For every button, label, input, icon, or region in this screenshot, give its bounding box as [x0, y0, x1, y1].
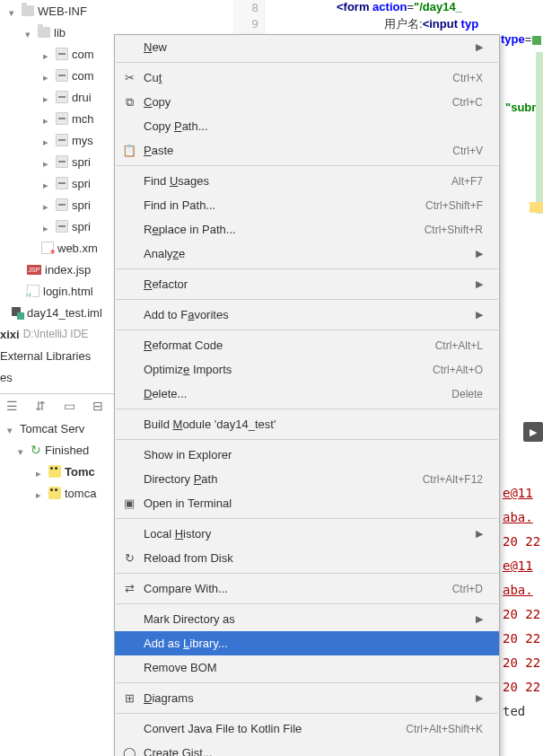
tomcat-label: Tomc — [65, 465, 95, 479]
finished-node[interactable]: ↻ Finished — [0, 439, 114, 461]
chevron-right-icon: ▶ — [476, 309, 483, 321]
jar-file-icon — [56, 220, 68, 233]
chevron-right-icon[interactable] — [36, 466, 47, 477]
console-line[interactable]: e@11 — [503, 554, 540, 578]
tomcat-node[interactable]: tomca — [0, 482, 114, 504]
chevron-down-icon[interactable] — [7, 423, 18, 434]
menu-item-label: Diagrams — [144, 691, 476, 705]
expand-icon[interactable]: ▭ — [61, 398, 77, 414]
menu-item-diagrams[interactable]: ⊞Diagrams▶ — [115, 686, 499, 710]
menu-item-icon-empty — [120, 337, 138, 355]
menu-item-icon-empty — [120, 659, 138, 677]
menu-item-icon-empty — [120, 361, 138, 379]
menu-item-build-module-day14-test[interactable]: Build Module 'day14_test' — [115, 412, 499, 436]
collapse-icon[interactable]: ⊟ — [90, 398, 106, 414]
menu-item-reload-from-disk[interactable]: ↻Reload from Disk — [115, 546, 499, 570]
menu-item-icon-empty — [120, 245, 138, 263]
menu-item-shortcut: Ctrl+Alt+F12 — [423, 473, 483, 486]
menu-item-convert-java-file-to-kotlin-file[interactable]: Convert Java File to Kotlin FileCtrl+Alt… — [115, 716, 499, 741]
iml-file-icon — [11, 306, 23, 319]
console-output[interactable]: e@11 aba. 20 22 e@11 aba. 20 22 20 22 20… — [503, 481, 540, 724]
tree-label: xixi — [0, 328, 20, 341]
menu-item-add-as-library[interactable]: Add as Library... — [115, 631, 499, 655]
tree-label: drui — [72, 91, 92, 104]
tree-label: External Libraries — [0, 349, 91, 363]
folder-icon — [22, 5, 34, 16]
tomcat-bold-node[interactable]: Tomc — [0, 461, 114, 482]
menu-item-label: Delete... — [144, 387, 451, 400]
menu-item-compare-with[interactable]: ⇄Compare With...Ctrl+D — [115, 576, 499, 601]
menu-item-cut[interactable]: ✂CutCtrl+X — [115, 66, 499, 90]
jar-file-icon — [56, 91, 68, 103]
chevron-down-icon[interactable] — [9, 5, 20, 16]
menu-item-analyze[interactable]: Analyze▶ — [115, 242, 499, 266]
gutter-line-9: 9 — [233, 16, 258, 32]
code-line-1[interactable]: <form action="/day14_ — [337, 0, 462, 13]
console-line: 20 22 — [503, 627, 540, 651]
menu-item-label: Refactor — [144, 277, 476, 291]
chevron-right-icon[interactable] — [43, 221, 54, 232]
tree-label: es — [0, 371, 13, 384]
tree-node-web-inf[interactable]: WEB-INF — [0, 0, 135, 22]
console-line[interactable]: aba. — [503, 578, 540, 602]
menu-item-copy[interactable]: ⧉CopyCtrl+C — [115, 90, 499, 114]
console-line: ted — [503, 699, 540, 724]
menu-item-create-gist[interactable]: ◯Create Gist... — [115, 741, 499, 756]
menu-item-add-to-favorites[interactable]: Add to Favorites▶ — [115, 303, 499, 327]
filter-icon[interactable]: ☰ — [4, 398, 20, 414]
tree-label: com — [72, 69, 94, 83]
chevron-right-icon[interactable] — [43, 135, 54, 145]
menu-separator — [116, 682, 498, 683]
menu-item-replace-in-path[interactable]: Replace in Path...Ctrl+Shift+R — [115, 217, 499, 242]
menu-separator — [116, 518, 498, 519]
chevron-down-icon[interactable] — [18, 444, 29, 455]
menu-item-refactor[interactable]: Refactor▶ — [115, 272, 499, 296]
menu-item-local-history[interactable]: Local History▶ — [115, 522, 499, 546]
console-line[interactable]: aba. — [503, 505, 540, 530]
menu-item-copy-path[interactable]: Copy Path... — [115, 114, 499, 138]
chevron-right-icon[interactable] — [43, 156, 54, 167]
menu-item-reformat-code[interactable]: Reformat CodeCtrl+Alt+L — [115, 333, 499, 357]
menu-item-remove-bom[interactable]: Remove BOM — [115, 655, 499, 680]
menu-item-show-in-explorer[interactable]: Show in Explorer — [115, 443, 499, 467]
chevron-right-icon[interactable] — [43, 70, 54, 81]
chevron-right-icon[interactable] — [43, 92, 54, 102]
menu-item-icon: ✂ — [120, 69, 138, 87]
chevron-right-icon[interactable] — [43, 178, 54, 189]
chevron-right-icon[interactable] — [36, 488, 47, 498]
chevron-right-icon[interactable] — [43, 48, 54, 59]
console-line[interactable]: e@11 — [503, 481, 540, 505]
menu-item-label: Convert Java File to Kotlin File — [144, 722, 406, 735]
code-line-2[interactable]: 用户名:<input typ — [384, 16, 478, 32]
menu-item-label: Create Gist... — [144, 746, 483, 756]
play-button[interactable]: ▶ — [523, 422, 543, 442]
toggle-icon[interactable]: ⇵ — [32, 398, 48, 414]
menu-item-delete[interactable]: Delete...Delete — [115, 382, 499, 406]
menu-item-optimize-imports[interactable]: Optimize ImportsCtrl+Alt+O — [115, 357, 499, 382]
inspection-indicator[interactable] — [532, 36, 541, 45]
tomcat-label: tomca — [65, 487, 96, 500]
menu-item-new[interactable]: New▶ — [115, 35, 499, 59]
menu-item-icon: 📋 — [120, 142, 138, 160]
menu-item-icon-empty — [120, 385, 138, 403]
warning-stripe[interactable] — [530, 202, 543, 213]
menu-item-find-in-path[interactable]: Find in Path...Ctrl+Shift+F — [115, 193, 499, 217]
menu-separator — [116, 409, 498, 409]
chevron-down-icon[interactable] — [25, 27, 36, 38]
console-line: 20 22 — [503, 675, 540, 699]
chevron-right-icon[interactable] — [43, 199, 54, 210]
server-node[interactable]: Tomcat Serv — [0, 418, 114, 439]
context-menu[interactable]: New▶✂CutCtrl+X⧉CopyCtrl+CCopy Path...📋Pa… — [114, 34, 500, 756]
menu-item-icon: ⧉ — [120, 93, 138, 111]
menu-item-paste[interactable]: 📋PasteCtrl+V — [115, 138, 499, 163]
code-line-3[interactable]: type= — [501, 32, 531, 46]
menu-item-find-usages[interactable]: Find UsagesAlt+F7 — [115, 169, 499, 193]
chevron-right-icon[interactable] — [43, 113, 54, 124]
menu-item-label: Open in Terminal — [144, 497, 483, 510]
jar-file-icon — [56, 155, 68, 168]
menu-item-directory-path[interactable]: Directory PathCtrl+Alt+F12 — [115, 467, 499, 491]
menu-item-icon: ▣ — [120, 495, 138, 513]
menu-item-open-in-terminal[interactable]: ▣Open in Terminal — [115, 491, 499, 515]
finished-label: Finished — [45, 444, 89, 457]
menu-item-mark-directory-as[interactable]: Mark Directory as▶ — [115, 607, 499, 631]
